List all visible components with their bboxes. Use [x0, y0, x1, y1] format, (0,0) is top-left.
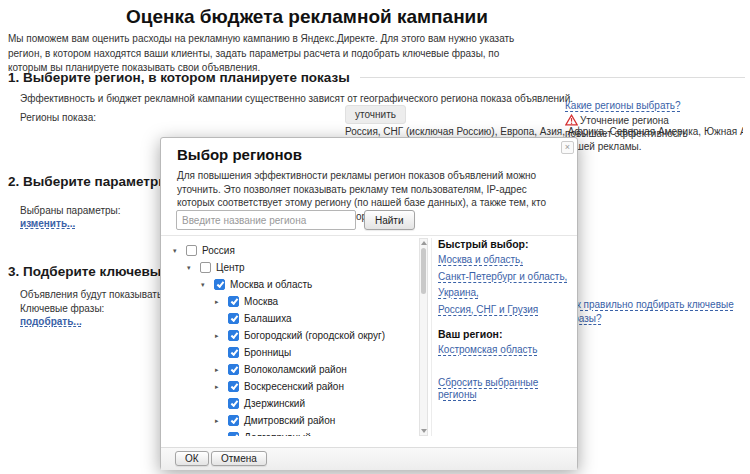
checkbox-checked[interactable] [228, 330, 239, 341]
section1-body: Эффективность и бюджет рекламной кампани… [20, 93, 573, 104]
tree-item-label[interactable]: Дзержинский [244, 395, 305, 412]
collapse-arrow-icon[interactable]: ▸ [215, 378, 228, 395]
page-title: Оценка бюджета рекламной кампании [0, 6, 614, 28]
your-region-heading: Ваш регион: [438, 328, 570, 340]
checkbox[interactable] [200, 262, 211, 273]
tree-item[interactable]: ▸ Дмитровский район [161, 412, 419, 429]
expand-arrow-icon[interactable]: ▾ [201, 276, 214, 293]
tree-item[interactable]: Дзержинский [161, 395, 419, 412]
tree-item[interactable]: ▾ Москва и область [161, 276, 419, 293]
ok-button[interactable]: ОК [175, 451, 209, 466]
pick-keywords-link[interactable]: подобрать... [20, 316, 82, 327]
tree-item-label[interactable]: Долгопрудный [244, 429, 311, 436]
dialog-title: Выбор регионов [177, 146, 302, 163]
checkbox-checked[interactable] [228, 313, 239, 324]
checkbox-checked[interactable] [228, 381, 239, 392]
divider [431, 238, 432, 436]
tree-item[interactable]: Бронницы [161, 344, 419, 361]
tree-item[interactable]: ▾ Россия [161, 242, 419, 259]
checkbox[interactable] [186, 245, 197, 256]
tree-item-label[interactable]: Богородский (городской округ) [244, 327, 385, 344]
checkbox-checked[interactable] [214, 279, 225, 290]
close-icon[interactable]: × [561, 141, 574, 154]
regions-label: Регионы показа: [20, 112, 96, 123]
quick-pick-spb-link[interactable]: Санкт-Петербург и область, [438, 271, 567, 284]
tree-scrollbar[interactable] [419, 238, 428, 436]
change-params-link[interactable]: изменить... [20, 218, 75, 229]
quick-pick-moscow-link[interactable]: Москва и область, [438, 254, 523, 267]
tree-item-label[interactable]: Москва и область [230, 276, 312, 293]
tree-item[interactable]: ▸ Богородский (городской округ) [161, 327, 419, 344]
tree-item[interactable]: ▸ Волоколамский район [161, 361, 419, 378]
reset-regions-link[interactable]: Сбросить выбранные регионы [438, 377, 570, 402]
tree-item[interactable]: Долгопрудный [161, 429, 419, 436]
scroll-down-icon[interactable] [421, 429, 427, 433]
warning-icon [565, 114, 578, 126]
keywords-label: Ключевые фразы: [20, 303, 104, 314]
collapse-arrow-icon[interactable]: ▸ [215, 293, 228, 310]
search-button[interactable]: Найти [364, 210, 415, 230]
collapse-arrow-icon[interactable]: ▸ [215, 327, 228, 344]
warning-text: Уточнение региона повышает эффективность… [565, 115, 688, 152]
refine-regions-button[interactable]: уточнить [345, 105, 406, 124]
tree-item-label[interactable]: Воскресенский район [244, 378, 344, 395]
tree-item[interactable]: Балашиха [161, 310, 419, 327]
checkbox-checked[interactable] [228, 432, 239, 436]
region-search-input[interactable] [176, 210, 356, 230]
tree-item-label[interactable]: Бронницы [244, 344, 291, 361]
cancel-button[interactable]: Отмена [211, 451, 267, 466]
region-tree: ▾ Россия ▾ Центр ▾ Москва и область ▸ Мо… [161, 238, 419, 436]
intro-text: Мы поможем вам оценить расходы на реклам… [8, 32, 524, 76]
tree-item-label[interactable]: Центр [216, 259, 245, 276]
section3-body: Объявления будут показываться [20, 289, 173, 300]
quick-pick-cis-link[interactable]: Россия, СНГ и Грузия [438, 304, 538, 317]
tree-item-label[interactable]: Волоколамский район [244, 361, 347, 378]
section1-heading: 1. Выберите регион, в котором планируете… [8, 70, 745, 85]
divider [161, 235, 577, 236]
scrollbar-thumb[interactable] [421, 248, 426, 294]
collapse-arrow-icon[interactable]: ▸ [215, 412, 228, 429]
collapse-arrow-icon[interactable]: ▸ [215, 361, 228, 378]
region-warning: Уточнение региона повышает эффективность… [565, 114, 715, 153]
tree-item[interactable]: ▸ Воскресенский район [161, 378, 419, 395]
checkbox-checked[interactable] [228, 364, 239, 375]
checkbox-checked[interactable] [228, 347, 239, 358]
tree-item[interactable]: ▾ Центр [161, 259, 419, 276]
your-region-link[interactable]: Костромская область [438, 344, 537, 357]
section1-heading-text: 1. Выберите регион, в котором планируете… [8, 70, 350, 85]
region-picker-dialog: × Выбор регионов Для повышения эффективн… [160, 137, 578, 470]
checkbox-checked[interactable] [228, 296, 239, 307]
checkbox-checked[interactable] [228, 398, 239, 409]
tree-item-label[interactable]: Балашиха [244, 310, 292, 327]
expand-arrow-icon[interactable]: ▾ [173, 242, 186, 259]
dialog-footer: ОК Отмена [161, 447, 577, 470]
quick-pick-panel: Быстрый выбор: Москва и область, Санкт-П… [438, 238, 570, 406]
params-label: Выбраны параметры: [20, 205, 121, 216]
tree-item-label[interactable]: Дмитровский район [244, 412, 335, 429]
checkbox-checked[interactable] [228, 415, 239, 426]
tree-item-label[interactable]: Москва [244, 293, 278, 310]
tree-item[interactable]: ▸ Москва [161, 293, 419, 310]
which-regions-link[interactable]: Какие регионы выбрать? [565, 100, 681, 111]
quick-pick-heading: Быстрый выбор: [438, 238, 570, 250]
how-pick-keywords-link[interactable]: Как правильно подбирать ключевые фразы? [565, 298, 745, 325]
quick-pick-ukraine-link[interactable]: Украина, [438, 287, 479, 300]
scroll-up-icon[interactable] [421, 241, 427, 245]
expand-arrow-icon[interactable]: ▾ [187, 259, 200, 276]
heading-rule [360, 77, 745, 78]
tree-item-label[interactable]: Россия [202, 242, 235, 259]
